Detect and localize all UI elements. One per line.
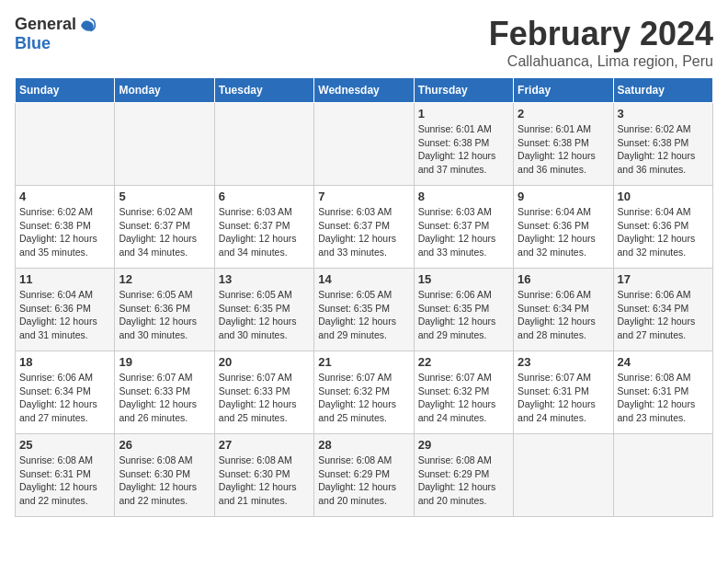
day-number: 19 xyxy=(119,355,210,369)
day-info: Sunrise: 6:08 AMSunset: 6:29 PMDaylight:… xyxy=(418,454,509,508)
day-number: 7 xyxy=(318,190,409,203)
day-number: 11 xyxy=(19,272,110,286)
day-info: Sunrise: 6:07 AMSunset: 6:32 PMDaylight:… xyxy=(418,371,509,425)
day-number: 21 xyxy=(318,355,409,369)
day-number: 1 xyxy=(418,107,509,121)
title-section: February 2024 Callahuanca, Lima region, … xyxy=(489,15,713,70)
day-info: Sunrise: 6:04 AMSunset: 6:36 PMDaylight:… xyxy=(19,288,110,342)
day-info: Sunrise: 6:06 AMSunset: 6:34 PMDaylight:… xyxy=(518,288,609,342)
day-info: Sunrise: 6:01 AMSunset: 6:38 PMDaylight:… xyxy=(518,122,609,177)
day-number: 16 xyxy=(518,272,609,286)
calendar-cell: 21Sunrise: 6:07 AMSunset: 6:32 PMDayligh… xyxy=(314,351,414,434)
calendar-cell xyxy=(514,434,613,517)
day-info: Sunrise: 6:04 AMSunset: 6:36 PMDaylight:… xyxy=(518,205,609,259)
calendar-cell: 27Sunrise: 6:08 AMSunset: 6:30 PMDayligh… xyxy=(214,434,313,517)
calendar-cell: 11Sunrise: 6:04 AMSunset: 6:36 PMDayligh… xyxy=(16,269,115,351)
calendar-cell: 7Sunrise: 6:03 AMSunset: 6:37 PMDaylight… xyxy=(314,186,414,269)
calendar-cell: 14Sunrise: 6:05 AMSunset: 6:35 PMDayligh… xyxy=(314,269,414,351)
day-number: 15 xyxy=(418,272,509,286)
day-info: Sunrise: 6:01 AMSunset: 6:38 PMDaylight:… xyxy=(418,122,509,177)
day-info: Sunrise: 6:08 AMSunset: 6:29 PMDaylight:… xyxy=(318,454,409,508)
calendar-cell: 25Sunrise: 6:08 AMSunset: 6:31 PMDayligh… xyxy=(16,434,115,517)
day-number: 27 xyxy=(219,438,310,452)
day-info: Sunrise: 6:06 AMSunset: 6:34 PMDaylight:… xyxy=(618,288,709,342)
day-info: Sunrise: 6:03 AMSunset: 6:37 PMDaylight:… xyxy=(418,205,509,259)
calendar-cell: 12Sunrise: 6:05 AMSunset: 6:36 PMDayligh… xyxy=(115,269,214,351)
month-title: February 2024 xyxy=(489,15,713,53)
location-title: Callahuanca, Lima region, Peru xyxy=(489,53,713,70)
day-info: Sunrise: 6:02 AMSunset: 6:38 PMDaylight:… xyxy=(19,205,110,259)
day-info: Sunrise: 6:07 AMSunset: 6:33 PMDaylight:… xyxy=(219,371,310,425)
day-number: 10 xyxy=(618,190,709,203)
header: General Blue February 2024 Callahuanca, … xyxy=(15,15,713,70)
day-number: 18 xyxy=(19,355,110,369)
calendar-cell: 1Sunrise: 6:01 AMSunset: 6:38 PMDaylight… xyxy=(414,103,513,186)
calendar-cell: 4Sunrise: 6:02 AMSunset: 6:38 PMDaylight… xyxy=(16,186,115,269)
calendar-cell: 2Sunrise: 6:01 AMSunset: 6:38 PMDaylight… xyxy=(514,103,613,186)
day-info: Sunrise: 6:05 AMSunset: 6:35 PMDaylight:… xyxy=(318,288,409,342)
weekday-header-tuesday: Tuesday xyxy=(214,78,313,103)
logo: General Blue xyxy=(15,15,97,53)
day-info: Sunrise: 6:08 AMSunset: 6:30 PMDaylight:… xyxy=(219,454,310,508)
calendar-cell: 3Sunrise: 6:02 AMSunset: 6:38 PMDaylight… xyxy=(613,103,712,186)
calendar-cell xyxy=(214,103,313,186)
calendar-cell: 23Sunrise: 6:07 AMSunset: 6:31 PMDayligh… xyxy=(514,351,613,434)
calendar-cell xyxy=(115,103,214,186)
day-info: Sunrise: 6:04 AMSunset: 6:36 PMDaylight:… xyxy=(618,205,709,259)
day-info: Sunrise: 6:05 AMSunset: 6:35 PMDaylight:… xyxy=(219,288,310,342)
calendar-cell xyxy=(16,103,115,186)
weekday-header-thursday: Thursday xyxy=(414,78,513,103)
calendar-cell: 29Sunrise: 6:08 AMSunset: 6:29 PMDayligh… xyxy=(414,434,513,517)
day-number: 5 xyxy=(119,190,210,203)
calendar-cell: 19Sunrise: 6:07 AMSunset: 6:33 PMDayligh… xyxy=(115,351,214,434)
day-info: Sunrise: 6:07 AMSunset: 6:31 PMDaylight:… xyxy=(518,371,609,425)
day-info: Sunrise: 6:06 AMSunset: 6:34 PMDaylight:… xyxy=(19,371,110,425)
day-info: Sunrise: 6:08 AMSunset: 6:31 PMDaylight:… xyxy=(618,371,709,425)
day-number: 9 xyxy=(518,190,609,203)
day-number: 4 xyxy=(19,190,110,203)
calendar-cell: 6Sunrise: 6:03 AMSunset: 6:37 PMDaylight… xyxy=(214,186,313,269)
day-number: 25 xyxy=(19,438,110,452)
day-info: Sunrise: 6:07 AMSunset: 6:33 PMDaylight:… xyxy=(119,371,210,425)
calendar-cell: 9Sunrise: 6:04 AMSunset: 6:36 PMDaylight… xyxy=(514,186,613,269)
day-number: 26 xyxy=(119,438,210,452)
day-info: Sunrise: 6:08 AMSunset: 6:31 PMDaylight:… xyxy=(19,454,110,508)
logo-general-text: General xyxy=(15,15,76,34)
day-number: 3 xyxy=(618,107,709,121)
day-info: Sunrise: 6:06 AMSunset: 6:35 PMDaylight:… xyxy=(418,288,509,342)
weekday-header-friday: Friday xyxy=(514,78,613,103)
day-number: 24 xyxy=(618,355,709,369)
day-number: 29 xyxy=(418,438,509,452)
calendar-cell: 28Sunrise: 6:08 AMSunset: 6:29 PMDayligh… xyxy=(314,434,414,517)
calendar-cell xyxy=(314,103,414,186)
day-info: Sunrise: 6:07 AMSunset: 6:32 PMDaylight:… xyxy=(318,371,409,425)
day-number: 17 xyxy=(618,272,709,286)
logo-icon xyxy=(78,16,97,34)
day-number: 12 xyxy=(119,272,210,286)
calendar-cell: 10Sunrise: 6:04 AMSunset: 6:36 PMDayligh… xyxy=(613,186,712,269)
calendar-cell: 24Sunrise: 6:08 AMSunset: 6:31 PMDayligh… xyxy=(613,351,712,434)
week-row-5: 25Sunrise: 6:08 AMSunset: 6:31 PMDayligh… xyxy=(16,434,713,517)
day-info: Sunrise: 6:08 AMSunset: 6:30 PMDaylight:… xyxy=(119,454,210,508)
logo-blue-text: Blue xyxy=(15,34,51,52)
weekday-header-row: SundayMondayTuesdayWednesdayThursdayFrid… xyxy=(16,78,713,103)
day-number: 14 xyxy=(318,272,409,286)
calendar-cell: 16Sunrise: 6:06 AMSunset: 6:34 PMDayligh… xyxy=(514,269,613,351)
day-number: 23 xyxy=(518,355,609,369)
day-number: 8 xyxy=(418,190,509,203)
calendar-cell: 8Sunrise: 6:03 AMSunset: 6:37 PMDaylight… xyxy=(414,186,513,269)
calendar-cell: 22Sunrise: 6:07 AMSunset: 6:32 PMDayligh… xyxy=(414,351,513,434)
day-info: Sunrise: 6:05 AMSunset: 6:36 PMDaylight:… xyxy=(119,288,210,342)
calendar-cell: 18Sunrise: 6:06 AMSunset: 6:34 PMDayligh… xyxy=(16,351,115,434)
calendar-table: SundayMondayTuesdayWednesdayThursdayFrid… xyxy=(15,77,713,517)
weekday-header-wednesday: Wednesday xyxy=(314,78,414,103)
day-number: 22 xyxy=(418,355,509,369)
day-info: Sunrise: 6:02 AMSunset: 6:37 PMDaylight:… xyxy=(119,205,210,259)
calendar-cell: 15Sunrise: 6:06 AMSunset: 6:35 PMDayligh… xyxy=(414,269,513,351)
day-info: Sunrise: 6:03 AMSunset: 6:37 PMDaylight:… xyxy=(318,205,409,259)
week-row-3: 11Sunrise: 6:04 AMSunset: 6:36 PMDayligh… xyxy=(16,269,713,351)
calendar-cell: 13Sunrise: 6:05 AMSunset: 6:35 PMDayligh… xyxy=(214,269,313,351)
day-info: Sunrise: 6:03 AMSunset: 6:37 PMDaylight:… xyxy=(219,205,310,259)
week-row-1: 1Sunrise: 6:01 AMSunset: 6:38 PMDaylight… xyxy=(16,103,713,186)
week-row-4: 18Sunrise: 6:06 AMSunset: 6:34 PMDayligh… xyxy=(16,351,713,434)
